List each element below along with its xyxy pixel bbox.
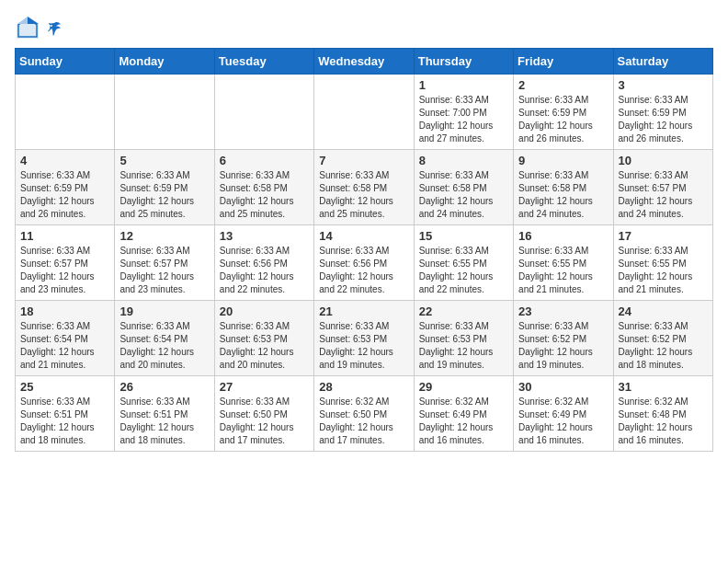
week-row-3: 11Sunrise: 6:33 AM Sunset: 6:57 PM Dayli… — [16, 225, 713, 301]
day-info: Sunrise: 6:32 AM Sunset: 6:49 PM Dayligh… — [518, 396, 608, 447]
day-number: 25 — [20, 380, 109, 394]
day-info: Sunrise: 6:33 AM Sunset: 6:55 PM Dayligh… — [419, 245, 508, 296]
day-number: 14 — [319, 229, 408, 243]
weekday-header-saturday: Saturday — [613, 49, 712, 75]
day-info: Sunrise: 6:33 AM Sunset: 6:58 PM Dayligh… — [319, 169, 408, 221]
calendar-cell: 7Sunrise: 6:33 AM Sunset: 6:58 PM Daylig… — [314, 150, 414, 225]
day-info: Sunrise: 6:33 AM Sunset: 6:53 PM Dayligh… — [220, 320, 309, 372]
weekday-header-sunday: Sunday — [16, 49, 115, 75]
day-number: 29 — [419, 380, 508, 394]
calendar-cell: 21Sunrise: 6:33 AM Sunset: 6:53 PM Dayli… — [314, 301, 414, 376]
day-info: Sunrise: 6:33 AM Sunset: 6:52 PM Dayligh… — [518, 320, 608, 372]
calendar-cell: 6Sunrise: 6:33 AM Sunset: 6:58 PM Daylig… — [214, 150, 313, 225]
weekday-header-row: SundayMondayTuesdayWednesdayThursdayFrid… — [16, 49, 713, 75]
day-info: Sunrise: 6:33 AM Sunset: 6:50 PM Dayligh… — [220, 396, 309, 447]
day-number: 27 — [220, 380, 309, 394]
day-number: 1 — [419, 78, 508, 92]
day-number: 24 — [619, 304, 708, 318]
day-number: 11 — [20, 229, 109, 243]
day-number: 23 — [518, 304, 608, 318]
day-number: 26 — [119, 380, 209, 394]
day-number: 15 — [419, 229, 508, 243]
day-number: 31 — [619, 380, 708, 394]
day-number: 12 — [119, 229, 209, 243]
day-number: 10 — [619, 154, 708, 167]
calendar-cell: 31Sunrise: 6:32 AM Sunset: 6:48 PM Dayli… — [613, 376, 712, 452]
calendar-cell: 24Sunrise: 6:33 AM Sunset: 6:52 PM Dayli… — [613, 301, 712, 376]
day-number: 3 — [619, 78, 708, 92]
day-number: 20 — [220, 304, 309, 318]
day-number: 18 — [20, 304, 109, 318]
calendar-cell: 25Sunrise: 6:33 AM Sunset: 6:51 PM Dayli… — [16, 376, 115, 452]
day-info: Sunrise: 6:33 AM Sunset: 6:59 PM Dayligh… — [20, 169, 109, 221]
day-number: 13 — [220, 229, 309, 243]
day-number: 5 — [119, 154, 209, 167]
calendar-cell: 30Sunrise: 6:32 AM Sunset: 6:49 PM Dayli… — [514, 376, 613, 452]
weekday-header-thursday: Thursday — [414, 49, 513, 75]
day-number: 28 — [319, 380, 408, 394]
calendar-cell: 12Sunrise: 6:33 AM Sunset: 6:57 PM Dayli… — [115, 225, 214, 301]
logo-bird-icon — [46, 20, 63, 37]
calendar-cell: 20Sunrise: 6:33 AM Sunset: 6:53 PM Dayli… — [214, 301, 313, 376]
day-number: 17 — [619, 229, 708, 243]
calendar-cell: 14Sunrise: 6:33 AM Sunset: 6:56 PM Dayli… — [314, 225, 414, 301]
day-info: Sunrise: 6:33 AM Sunset: 6:53 PM Dayligh… — [319, 320, 408, 372]
day-number: 4 — [20, 154, 109, 167]
day-number: 22 — [419, 304, 508, 318]
day-number: 19 — [119, 304, 209, 318]
day-info: Sunrise: 6:33 AM Sunset: 6:59 PM Dayligh… — [518, 94, 608, 145]
calendar-cell: 4Sunrise: 6:33 AM Sunset: 6:59 PM Daylig… — [16, 150, 115, 225]
calendar-cell: 28Sunrise: 6:32 AM Sunset: 6:50 PM Dayli… — [314, 376, 414, 452]
calendar-cell — [314, 75, 414, 150]
weekday-header-friday: Friday — [514, 49, 613, 75]
day-info: Sunrise: 6:33 AM Sunset: 6:57 PM Dayligh… — [119, 245, 209, 296]
day-info: Sunrise: 6:33 AM Sunset: 6:57 PM Dayligh… — [20, 245, 109, 296]
day-number: 7 — [319, 154, 408, 167]
day-info: Sunrise: 6:33 AM Sunset: 6:54 PM Dayligh… — [20, 320, 109, 372]
day-info: Sunrise: 6:32 AM Sunset: 6:50 PM Dayligh… — [319, 396, 408, 447]
calendar-cell: 1Sunrise: 6:33 AM Sunset: 7:00 PM Daylig… — [414, 75, 513, 150]
day-info: Sunrise: 6:33 AM Sunset: 6:56 PM Dayligh… — [319, 245, 408, 296]
day-number: 6 — [220, 154, 309, 167]
calendar-cell: 13Sunrise: 6:33 AM Sunset: 6:56 PM Dayli… — [214, 225, 313, 301]
week-row-4: 18Sunrise: 6:33 AM Sunset: 6:54 PM Dayli… — [16, 301, 713, 376]
week-row-2: 4Sunrise: 6:33 AM Sunset: 6:59 PM Daylig… — [16, 150, 713, 225]
day-info: Sunrise: 6:33 AM Sunset: 6:53 PM Dayligh… — [419, 320, 508, 372]
week-row-5: 25Sunrise: 6:33 AM Sunset: 6:51 PM Dayli… — [16, 376, 713, 452]
calendar-cell: 26Sunrise: 6:33 AM Sunset: 6:51 PM Dayli… — [115, 376, 214, 452]
day-info: Sunrise: 6:32 AM Sunset: 6:48 PM Dayligh… — [619, 396, 708, 447]
calendar: SundayMondayTuesdayWednesdayThursdayFrid… — [15, 48, 713, 452]
calendar-cell: 8Sunrise: 6:33 AM Sunset: 6:58 PM Daylig… — [414, 150, 513, 225]
logo — [15, 15, 63, 40]
calendar-cell: 5Sunrise: 6:33 AM Sunset: 6:59 PM Daylig… — [115, 150, 214, 225]
day-info: Sunrise: 6:32 AM Sunset: 6:49 PM Dayligh… — [419, 396, 508, 447]
calendar-cell — [16, 75, 115, 150]
calendar-cell: 2Sunrise: 6:33 AM Sunset: 6:59 PM Daylig… — [514, 75, 613, 150]
calendar-cell: 27Sunrise: 6:33 AM Sunset: 6:50 PM Dayli… — [214, 376, 313, 452]
day-number: 9 — [518, 154, 608, 167]
week-row-1: 1Sunrise: 6:33 AM Sunset: 7:00 PM Daylig… — [16, 75, 713, 150]
logo-icon — [15, 15, 40, 40]
calendar-cell: 17Sunrise: 6:33 AM Sunset: 6:55 PM Dayli… — [613, 225, 712, 301]
weekday-header-wednesday: Wednesday — [314, 49, 414, 75]
calendar-cell: 9Sunrise: 6:33 AM Sunset: 6:58 PM Daylig… — [514, 150, 613, 225]
day-info: Sunrise: 6:33 AM Sunset: 6:56 PM Dayligh… — [220, 245, 309, 296]
day-info: Sunrise: 6:33 AM Sunset: 6:58 PM Dayligh… — [518, 169, 608, 221]
calendar-cell: 15Sunrise: 6:33 AM Sunset: 6:55 PM Dayli… — [414, 225, 513, 301]
day-info: Sunrise: 6:33 AM Sunset: 6:59 PM Dayligh… — [119, 169, 209, 221]
day-number: 2 — [518, 78, 608, 92]
calendar-cell: 18Sunrise: 6:33 AM Sunset: 6:54 PM Dayli… — [16, 301, 115, 376]
day-info: Sunrise: 6:33 AM Sunset: 6:52 PM Dayligh… — [619, 320, 708, 372]
calendar-cell — [214, 75, 313, 150]
day-info: Sunrise: 6:33 AM Sunset: 6:55 PM Dayligh… — [619, 245, 708, 296]
day-info: Sunrise: 6:33 AM Sunset: 6:51 PM Dayligh… — [119, 396, 209, 447]
calendar-cell: 29Sunrise: 6:32 AM Sunset: 6:49 PM Dayli… — [414, 376, 513, 452]
weekday-header-monday: Monday — [115, 49, 214, 75]
day-number: 8 — [419, 154, 508, 167]
day-info: Sunrise: 6:33 AM Sunset: 6:58 PM Dayligh… — [419, 169, 508, 221]
day-info: Sunrise: 6:33 AM Sunset: 6:51 PM Dayligh… — [20, 396, 109, 447]
day-number: 21 — [319, 304, 408, 318]
day-info: Sunrise: 6:33 AM Sunset: 6:58 PM Dayligh… — [220, 169, 309, 221]
calendar-cell — [115, 75, 214, 150]
weekday-header-tuesday: Tuesday — [214, 49, 313, 75]
